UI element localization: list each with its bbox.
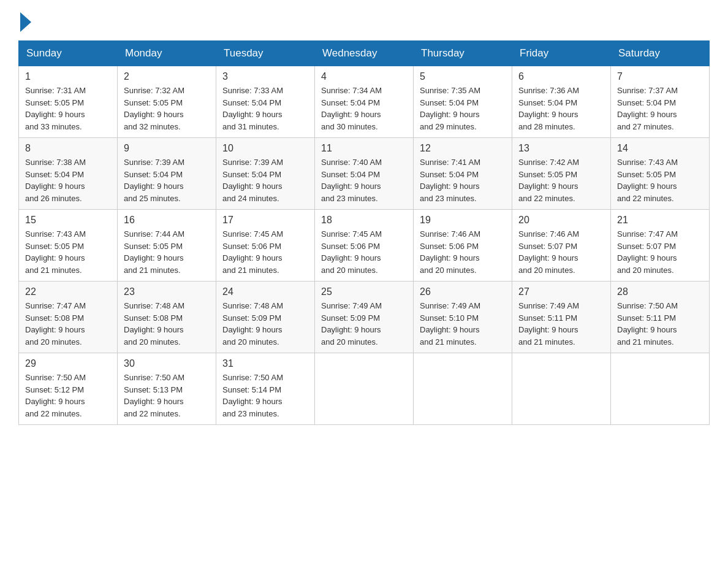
day-number: 20 <box>518 215 604 226</box>
day-number: 21 <box>617 215 703 226</box>
calendar-cell: 28 Sunrise: 7:50 AM Sunset: 5:11 PM Dayl… <box>611 282 710 353</box>
calendar-cell: 15 Sunrise: 7:43 AM Sunset: 5:05 PM Dayl… <box>19 210 118 282</box>
day-info: Sunrise: 7:38 AM Sunset: 5:04 PM Dayligh… <box>25 156 111 204</box>
page-header <box>18 12 710 28</box>
calendar-cell: 27 Sunrise: 7:49 AM Sunset: 5:11 PM Dayl… <box>512 282 611 353</box>
calendar-table: SundayMondayTuesdayWednesdayThursdayFrid… <box>18 40 710 425</box>
day-number: 15 <box>25 215 111 226</box>
day-info: Sunrise: 7:44 AM Sunset: 5:05 PM Dayligh… <box>124 228 210 276</box>
day-number: 30 <box>124 358 210 369</box>
day-info: Sunrise: 7:50 AM Sunset: 5:14 PM Dayligh… <box>222 372 308 419</box>
day-info: Sunrise: 7:43 AM Sunset: 5:05 PM Dayligh… <box>25 228 111 276</box>
calendar-cell <box>512 353 611 425</box>
day-info: Sunrise: 7:31 AM Sunset: 5:05 PM Dayligh… <box>25 85 111 132</box>
day-number: 6 <box>518 71 604 82</box>
day-number: 10 <box>222 143 308 154</box>
column-header-monday: Monday <box>118 41 216 66</box>
day-number: 9 <box>124 143 210 154</box>
day-number: 1 <box>25 71 111 82</box>
column-header-tuesday: Tuesday <box>216 41 315 66</box>
calendar-cell: 2 Sunrise: 7:32 AM Sunset: 5:05 PM Dayli… <box>118 66 216 138</box>
calendar-week-row: 29 Sunrise: 7:50 AM Sunset: 5:12 PM Dayl… <box>19 353 710 425</box>
day-number: 29 <box>25 358 111 369</box>
calendar-cell: 12 Sunrise: 7:41 AM Sunset: 5:04 PM Dayl… <box>414 138 512 210</box>
calendar-cell: 4 Sunrise: 7:34 AM Sunset: 5:04 PM Dayli… <box>315 66 414 138</box>
day-info: Sunrise: 7:45 AM Sunset: 5:06 PM Dayligh… <box>321 228 407 276</box>
day-info: Sunrise: 7:43 AM Sunset: 5:05 PM Dayligh… <box>617 156 703 204</box>
day-number: 22 <box>25 286 111 297</box>
calendar-cell: 22 Sunrise: 7:47 AM Sunset: 5:08 PM Dayl… <box>19 282 118 353</box>
column-header-wednesday: Wednesday <box>315 41 414 66</box>
calendar-week-row: 15 Sunrise: 7:43 AM Sunset: 5:05 PM Dayl… <box>19 210 710 282</box>
column-header-saturday: Saturday <box>611 41 710 66</box>
calendar-week-row: 1 Sunrise: 7:31 AM Sunset: 5:05 PM Dayli… <box>19 66 710 138</box>
day-info: Sunrise: 7:41 AM Sunset: 5:04 PM Dayligh… <box>420 156 506 204</box>
day-info: Sunrise: 7:36 AM Sunset: 5:04 PM Dayligh… <box>518 85 604 132</box>
logo-triangle-icon <box>20 12 31 32</box>
column-header-friday: Friday <box>512 41 611 66</box>
day-number: 5 <box>420 71 506 82</box>
calendar-cell: 7 Sunrise: 7:37 AM Sunset: 5:04 PM Dayli… <box>611 66 710 138</box>
calendar-cell: 19 Sunrise: 7:46 AM Sunset: 5:06 PM Dayl… <box>414 210 512 282</box>
calendar-week-row: 8 Sunrise: 7:38 AM Sunset: 5:04 PM Dayli… <box>19 138 710 210</box>
day-info: Sunrise: 7:32 AM Sunset: 5:05 PM Dayligh… <box>124 85 210 132</box>
calendar-cell <box>315 353 414 425</box>
calendar-cell: 29 Sunrise: 7:50 AM Sunset: 5:12 PM Dayl… <box>19 353 118 425</box>
calendar-cell <box>414 353 512 425</box>
calendar-week-row: 22 Sunrise: 7:47 AM Sunset: 5:08 PM Dayl… <box>19 282 710 353</box>
day-number: 11 <box>321 143 407 154</box>
day-info: Sunrise: 7:50 AM Sunset: 5:13 PM Dayligh… <box>124 372 210 419</box>
column-header-sunday: Sunday <box>19 41 118 66</box>
day-number: 13 <box>518 143 604 154</box>
day-number: 31 <box>222 358 308 369</box>
day-number: 16 <box>124 215 210 226</box>
calendar-cell: 11 Sunrise: 7:40 AM Sunset: 5:04 PM Dayl… <box>315 138 414 210</box>
calendar-cell: 31 Sunrise: 7:50 AM Sunset: 5:14 PM Dayl… <box>216 353 315 425</box>
day-info: Sunrise: 7:46 AM Sunset: 5:07 PM Dayligh… <box>518 228 604 276</box>
logo <box>18 12 32 28</box>
day-info: Sunrise: 7:49 AM Sunset: 5:09 PM Dayligh… <box>321 300 407 348</box>
column-header-thursday: Thursday <box>414 41 512 66</box>
day-info: Sunrise: 7:47 AM Sunset: 5:08 PM Dayligh… <box>25 300 111 348</box>
day-info: Sunrise: 7:47 AM Sunset: 5:07 PM Dayligh… <box>617 228 703 276</box>
day-info: Sunrise: 7:40 AM Sunset: 5:04 PM Dayligh… <box>321 156 407 204</box>
day-info: Sunrise: 7:49 AM Sunset: 5:10 PM Dayligh… <box>420 300 506 348</box>
day-info: Sunrise: 7:34 AM Sunset: 5:04 PM Dayligh… <box>321 85 407 132</box>
day-info: Sunrise: 7:48 AM Sunset: 5:09 PM Dayligh… <box>222 300 308 348</box>
calendar-cell <box>611 353 710 425</box>
calendar-cell: 9 Sunrise: 7:39 AM Sunset: 5:04 PM Dayli… <box>118 138 216 210</box>
day-number: 7 <box>617 71 703 82</box>
day-info: Sunrise: 7:37 AM Sunset: 5:04 PM Dayligh… <box>617 85 703 132</box>
day-info: Sunrise: 7:46 AM Sunset: 5:06 PM Dayligh… <box>420 228 506 276</box>
day-info: Sunrise: 7:35 AM Sunset: 5:04 PM Dayligh… <box>420 85 506 132</box>
day-info: Sunrise: 7:33 AM Sunset: 5:04 PM Dayligh… <box>222 85 308 132</box>
calendar-cell: 3 Sunrise: 7:33 AM Sunset: 5:04 PM Dayli… <box>216 66 315 138</box>
day-info: Sunrise: 7:49 AM Sunset: 5:11 PM Dayligh… <box>518 300 604 348</box>
calendar-cell: 16 Sunrise: 7:44 AM Sunset: 5:05 PM Dayl… <box>118 210 216 282</box>
day-number: 3 <box>222 71 308 82</box>
day-number: 8 <box>25 143 111 154</box>
day-info: Sunrise: 7:42 AM Sunset: 5:05 PM Dayligh… <box>518 156 604 204</box>
day-number: 25 <box>321 286 407 297</box>
calendar-cell: 10 Sunrise: 7:39 AM Sunset: 5:04 PM Dayl… <box>216 138 315 210</box>
day-info: Sunrise: 7:48 AM Sunset: 5:08 PM Dayligh… <box>124 300 210 348</box>
calendar-cell: 18 Sunrise: 7:45 AM Sunset: 5:06 PM Dayl… <box>315 210 414 282</box>
day-number: 12 <box>420 143 506 154</box>
day-number: 24 <box>222 286 308 297</box>
calendar-cell: 21 Sunrise: 7:47 AM Sunset: 5:07 PM Dayl… <box>611 210 710 282</box>
day-number: 26 <box>420 286 506 297</box>
calendar-cell: 5 Sunrise: 7:35 AM Sunset: 5:04 PM Dayli… <box>414 66 512 138</box>
calendar-cell: 17 Sunrise: 7:45 AM Sunset: 5:06 PM Dayl… <box>216 210 315 282</box>
day-number: 14 <box>617 143 703 154</box>
calendar-cell: 24 Sunrise: 7:48 AM Sunset: 5:09 PM Dayl… <box>216 282 315 353</box>
day-number: 23 <box>124 286 210 297</box>
calendar-cell: 23 Sunrise: 7:48 AM Sunset: 5:08 PM Dayl… <box>118 282 216 353</box>
calendar-cell: 6 Sunrise: 7:36 AM Sunset: 5:04 PM Dayli… <box>512 66 611 138</box>
day-info: Sunrise: 7:45 AM Sunset: 5:06 PM Dayligh… <box>222 228 308 276</box>
calendar-cell: 30 Sunrise: 7:50 AM Sunset: 5:13 PM Dayl… <box>118 353 216 425</box>
day-number: 17 <box>222 215 308 226</box>
day-number: 27 <box>518 286 604 297</box>
day-number: 19 <box>420 215 506 226</box>
day-info: Sunrise: 7:50 AM Sunset: 5:12 PM Dayligh… <box>25 372 111 419</box>
calendar-header-row: SundayMondayTuesdayWednesdayThursdayFrid… <box>19 41 710 66</box>
